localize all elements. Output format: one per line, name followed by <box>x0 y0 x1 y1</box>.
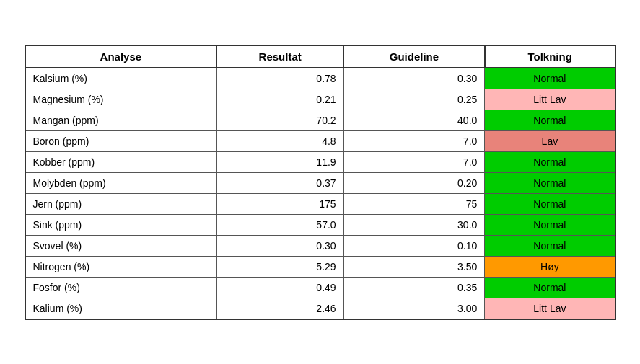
cell-tolkning: Normal <box>485 110 615 130</box>
table-row: Kobber (ppm)11.97.0Normal <box>25 151 615 172</box>
table-row: Boron (ppm)4.87.0Lav <box>25 130 615 151</box>
cell-guideline: 7.0 <box>343 130 485 151</box>
cell-analyse: Mangan (ppm) <box>25 110 217 130</box>
cell-guideline: 0.35 <box>343 277 485 298</box>
table-row: Jern (ppm)17575Normal <box>25 193 615 214</box>
table-row: Svovel (%)0.300.10Normal <box>25 235 615 256</box>
cell-analyse: Magnesium (%) <box>25 89 217 110</box>
cell-resultat: 57.0 <box>216 214 343 235</box>
cell-resultat: 0.78 <box>216 68 343 89</box>
cell-guideline: 0.20 <box>343 172 485 193</box>
cell-guideline: 75 <box>343 193 485 214</box>
cell-guideline: 30.0 <box>343 214 485 235</box>
cell-guideline: 3.00 <box>343 298 485 319</box>
cell-tolkning: Normal <box>485 151 615 172</box>
cell-analyse: Sink (ppm) <box>25 214 217 235</box>
table-row: Sink (ppm)57.030.0Normal <box>25 214 615 235</box>
cell-resultat: 0.49 <box>216 277 343 298</box>
cell-analyse: Boron (ppm) <box>25 130 217 151</box>
table-row: Kalsium (%)0.780.30Normal <box>25 68 615 89</box>
cell-tolkning: Normal <box>485 277 615 298</box>
cell-tolkning: Litt Lav <box>485 298 615 319</box>
cell-tolkning: Litt Lav <box>485 89 615 110</box>
cell-analyse: Jern (ppm) <box>25 193 217 214</box>
cell-resultat: 4.8 <box>216 130 343 151</box>
cell-analyse: Kalsium (%) <box>25 68 217 89</box>
header-analyse: Analyse <box>25 45 217 68</box>
analysis-table: Analyse Resultat Guideline Tolkning Kals… <box>25 45 616 320</box>
header-guideline: Guideline <box>343 45 485 68</box>
table-row: Mangan (ppm)70.240.0Normal <box>25 110 615 130</box>
cell-tolkning: Lav <box>485 130 615 151</box>
cell-resultat: 175 <box>216 193 343 214</box>
cell-resultat: 5.29 <box>216 256 343 277</box>
cell-guideline: 0.10 <box>343 235 485 256</box>
cell-resultat: 0.30 <box>216 235 343 256</box>
table-row: Nitrogen (%)5.293.50Høy <box>25 256 615 277</box>
cell-analyse: Molybden (ppm) <box>25 172 217 193</box>
cell-resultat: 0.21 <box>216 89 343 110</box>
table-row: Kalium (%)2.463.00Litt Lav <box>25 298 615 319</box>
cell-resultat: 0.37 <box>216 172 343 193</box>
cell-tolkning: Normal <box>485 172 615 193</box>
cell-tolkning: Normal <box>485 235 615 256</box>
cell-guideline: 0.30 <box>343 68 485 89</box>
cell-guideline: 0.25 <box>343 89 485 110</box>
cell-tolkning: Normal <box>485 214 615 235</box>
analysis-table-wrapper: Analyse Resultat Guideline Tolkning Kals… <box>25 45 616 320</box>
header-resultat: Resultat <box>216 45 343 68</box>
cell-analyse: Svovel (%) <box>25 235 217 256</box>
cell-resultat: 11.9 <box>216 151 343 172</box>
cell-guideline: 40.0 <box>343 110 485 130</box>
header-tolkning: Tolkning <box>485 45 615 68</box>
cell-tolkning: Normal <box>485 68 615 89</box>
cell-resultat: 70.2 <box>216 110 343 130</box>
cell-guideline: 7.0 <box>343 151 485 172</box>
cell-guideline: 3.50 <box>343 256 485 277</box>
table-row: Fosfor (%)0.490.35Normal <box>25 277 615 298</box>
cell-analyse: Nitrogen (%) <box>25 256 217 277</box>
table-row: Molybden (ppm)0.370.20Normal <box>25 172 615 193</box>
cell-analyse: Kobber (ppm) <box>25 151 217 172</box>
cell-resultat: 2.46 <box>216 298 343 319</box>
cell-analyse: Kalium (%) <box>25 298 217 319</box>
cell-tolkning: Høy <box>485 256 615 277</box>
cell-analyse: Fosfor (%) <box>25 277 217 298</box>
table-row: Magnesium (%)0.210.25Litt Lav <box>25 89 615 110</box>
cell-tolkning: Normal <box>485 193 615 214</box>
